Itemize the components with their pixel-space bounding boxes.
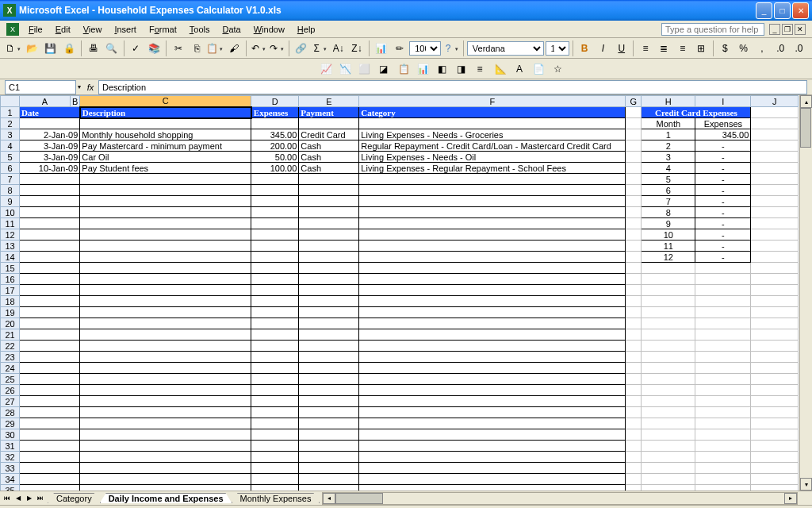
cell[interactable] <box>299 374 359 385</box>
col-header-A[interactable]: A <box>20 96 71 107</box>
cell[interactable] <box>626 485 642 491</box>
merge-center-button[interactable]: ⊞ <box>692 40 709 57</box>
menu-window[interactable]: Window <box>247 23 291 36</box>
cell[interactable] <box>751 485 799 491</box>
cell-pay[interactable]: Cash <box>299 140 359 152</box>
increase-decimal-button[interactable]: .0 <box>772 40 789 57</box>
scroll-right-icon[interactable]: ▸ <box>784 493 797 504</box>
sheet-tab[interactable]: Daily Income and Expenses <box>100 493 232 503</box>
cell[interactable] <box>20 407 80 418</box>
cell[interactable] <box>751 218 799 229</box>
help-search-input[interactable] <box>661 23 764 36</box>
cell[interactable] <box>251 352 299 363</box>
row-header[interactable]: 19 <box>1 307 20 318</box>
cell[interactable] <box>299 396 359 407</box>
header-date[interactable]: Date <box>20 107 80 118</box>
scroll-thumb[interactable] <box>800 108 811 148</box>
line-style-icon[interactable]: ≡ <box>374 506 392 509</box>
cell[interactable] <box>642 285 695 296</box>
cell[interactable] <box>695 429 751 441</box>
row-header[interactable]: 24 <box>1 363 20 374</box>
cell[interactable] <box>751 452 799 463</box>
cell[interactable] <box>251 463 299 474</box>
row-header[interactable]: 23 <box>1 352 20 363</box>
tab-last-icon[interactable]: ⏭ <box>35 495 46 502</box>
cell[interactable] <box>80 407 251 418</box>
percent-button[interactable]: % <box>735 40 752 57</box>
row-header[interactable]: 25 <box>1 374 20 385</box>
cell[interactable] <box>359 285 626 296</box>
cell[interactable] <box>751 152 799 163</box>
cell[interactable] <box>642 341 695 352</box>
menu-data[interactable]: Data <box>216 23 247 36</box>
cell[interactable] <box>695 374 751 385</box>
cell[interactable] <box>299 241 359 252</box>
row-header[interactable]: 2 <box>1 118 20 129</box>
cell[interactable] <box>642 374 695 385</box>
cell[interactable] <box>626 118 642 129</box>
minimize-button[interactable]: _ <box>756 2 772 19</box>
tool-icon-5[interactable]: 📋 <box>395 60 412 78</box>
col-header-G[interactable]: G <box>626 96 642 107</box>
row-header[interactable]: 31 <box>1 441 20 452</box>
row-header[interactable]: 34 <box>1 474 20 485</box>
cell[interactable] <box>626 363 642 374</box>
cell[interactable] <box>80 463 251 474</box>
cell[interactable] <box>695 407 751 418</box>
cell[interactable] <box>751 363 799 374</box>
menu-help[interactable]: Help <box>291 23 322 36</box>
cell[interactable] <box>299 463 359 474</box>
cell[interactable] <box>626 196 642 207</box>
side-month[interactable]: 3 <box>642 152 695 163</box>
cell[interactable] <box>359 207 626 218</box>
cell-cat[interactable]: Living Expenses - Regular Repayment - Sc… <box>359 163 626 174</box>
close-button[interactable]: ✕ <box>792 2 809 19</box>
cell[interactable] <box>251 118 299 129</box>
cell-cat[interactable]: Living Expenses - Needs - Groceries <box>359 129 626 140</box>
cell[interactable] <box>626 207 642 218</box>
cell[interactable] <box>299 174 359 185</box>
hyperlink-button[interactable]: 🔗 <box>293 40 309 57</box>
cell[interactable] <box>80 374 251 385</box>
cell[interactable] <box>80 263 251 274</box>
side-value[interactable]: - <box>695 185 751 196</box>
cell[interactable] <box>299 296 359 307</box>
cell[interactable] <box>751 307 799 318</box>
cell[interactable] <box>642 385 695 396</box>
cell[interactable] <box>359 196 626 207</box>
cell[interactable] <box>751 352 799 363</box>
cell[interactable] <box>359 185 626 196</box>
side-value[interactable]: - <box>695 196 751 207</box>
sort-asc-button[interactable]: A↓ <box>330 40 347 57</box>
cell[interactable] <box>80 307 251 318</box>
side-value[interactable]: - <box>695 252 751 263</box>
cell[interactable] <box>626 463 642 474</box>
cell[interactable] <box>695 296 751 307</box>
cell[interactable] <box>642 296 695 307</box>
cell[interactable] <box>751 418 799 429</box>
bold-button[interactable]: B <box>576 40 592 57</box>
cell[interactable] <box>359 363 626 374</box>
underline-button[interactable]: U <box>613 40 630 57</box>
tool-icon-10[interactable]: 📐 <box>492 60 509 78</box>
sheet-tab[interactable]: Category <box>48 493 101 503</box>
cell[interactable] <box>359 441 626 452</box>
cell[interactable] <box>359 274 626 285</box>
cell[interactable] <box>751 407 799 418</box>
cell[interactable] <box>20 352 80 363</box>
side-month[interactable]: 7 <box>642 196 695 207</box>
tool-icon-2[interactable]: 📉 <box>336 60 354 78</box>
cell[interactable] <box>299 385 359 396</box>
row-header[interactable]: 32 <box>1 452 20 463</box>
cell[interactable] <box>80 385 251 396</box>
cell[interactable] <box>80 296 251 307</box>
cell[interactable] <box>80 218 251 229</box>
3d-icon[interactable]: ◫ <box>457 506 474 509</box>
cell[interactable] <box>251 374 299 385</box>
cell[interactable] <box>626 418 642 429</box>
cell-pay[interactable]: Cash <box>299 163 359 174</box>
row-header[interactable]: 27 <box>1 396 20 407</box>
cell[interactable] <box>299 318 359 329</box>
name-box-dropdown[interactable]: ▾ <box>76 83 82 90</box>
cell[interactable] <box>642 418 695 429</box>
